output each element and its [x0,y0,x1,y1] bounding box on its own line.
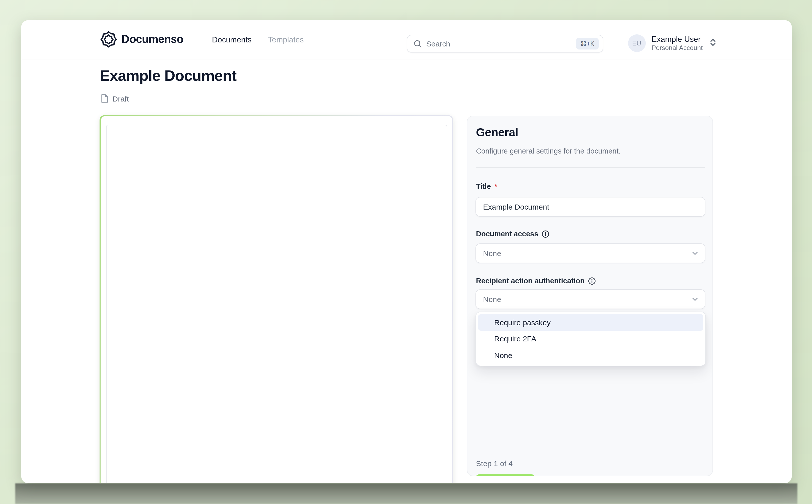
info-icon[interactable] [588,277,596,285]
chevron-up-down-icon [709,38,716,49]
document-access-select[interactable]: None [476,243,705,263]
panel-description: Configure general settings for the docum… [476,147,621,155]
search-shortcut-badge: ⌘+K [576,38,599,49]
recipient-auth-value: None [483,295,501,304]
chevron-down-icon [691,295,699,303]
menu-item-require-2fa[interactable]: Require 2FA [478,331,703,347]
step-indicator: Step 1 of 4 [476,459,513,468]
recipient-auth-label: Recipient action authentication [476,277,596,285]
draft-file-icon [100,94,108,103]
recipient-auth-dropdown-menu: Require passkey Require 2FA None [476,312,706,366]
status-text: Draft [112,94,129,103]
required-asterisk: * [495,182,497,190]
brand-logo[interactable]: Documenso [100,31,183,48]
title-input[interactable] [476,197,705,216]
brand-name: Documenso [121,33,183,46]
search-icon [413,39,422,48]
document-status: Draft [100,94,129,103]
recipient-auth-select[interactable]: None [476,289,705,309]
search-bar[interactable]: ⌘+K [407,35,603,52]
page: Documenso Documents Templates ⌘+K EU Exa… [0,0,812,504]
account-menu-button[interactable]: EU Example User Personal Account [628,34,716,52]
document-access-label: Document access [476,230,550,238]
title-field-label: Title* [476,182,497,190]
nav-item-templates[interactable]: Templates [268,35,304,44]
account-type: Personal Account [652,44,703,52]
document-access-value: None [483,249,501,258]
avatar: EU [628,34,646,52]
menu-item-require-passkey[interactable]: Require passkey [478,314,703,331]
general-settings-panel: General Configure general settings for t… [467,116,713,476]
menu-item-none[interactable]: None [478,347,703,363]
page-title: Example Document [100,67,236,84]
documenso-seal-icon [100,31,117,48]
document-preview-card [100,115,453,483]
continue-button[interactable] [476,474,535,476]
title-input-wrapper [476,197,705,217]
top-navigation-bar: Documenso Documents Templates ⌘+K EU Exa… [21,20,792,60]
chevron-down-icon [691,249,699,257]
nav-item-documents[interactable]: Documents [212,35,252,44]
panel-title: General [476,126,518,139]
window-drop-shadow [15,483,797,504]
divider [476,167,705,168]
document-preview-inner [101,116,452,483]
user-name: Example User [652,34,703,44]
pdf-page [106,125,447,483]
app-window: Documenso Documents Templates ⌘+K EU Exa… [21,20,792,483]
info-icon[interactable] [542,230,550,238]
search-input[interactable] [426,39,576,48]
